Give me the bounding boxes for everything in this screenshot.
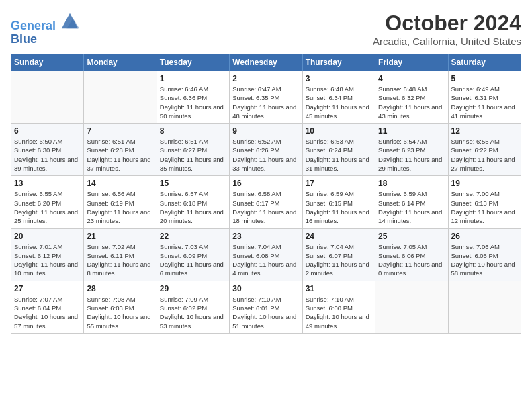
calendar-day-cell: 12Sunrise: 6:55 AM Sunset: 6:22 PM Dayli… — [448, 124, 521, 176]
calendar-day-cell: 9Sunrise: 6:52 AM Sunset: 6:26 PM Daylig… — [230, 124, 302, 176]
day-info: Sunrise: 6:52 AM Sunset: 6:26 PM Dayligh… — [232, 137, 299, 173]
weekday-header-sunday: Sunday — [11, 54, 84, 71]
day-info: Sunrise: 6:47 AM Sunset: 6:35 PM Dayligh… — [232, 85, 299, 120]
day-number: 3 — [306, 74, 372, 83]
day-info: Sunrise: 6:59 AM Sunset: 6:15 PM Dayligh… — [306, 189, 372, 225]
day-info: Sunrise: 6:53 AM Sunset: 6:24 PM Dayligh… — [306, 137, 372, 173]
day-info: Sunrise: 7:01 AM Sunset: 6:12 PM Dayligh… — [14, 242, 81, 278]
day-number: 20 — [14, 232, 81, 241]
day-number: 12 — [451, 126, 518, 136]
logo-general: General — [11, 19, 56, 32]
day-info: Sunrise: 6:59 AM Sunset: 6:14 PM Dayligh… — [378, 189, 445, 225]
calendar-day-cell: 1Sunrise: 6:46 AM Sunset: 6:36 PM Daylig… — [157, 71, 229, 124]
day-info: Sunrise: 7:00 AM Sunset: 6:13 PM Dayligh… — [451, 189, 518, 225]
day-number: 19 — [451, 179, 518, 188]
day-number: 27 — [14, 284, 81, 293]
calendar-body: 1Sunrise: 6:46 AM Sunset: 6:36 PM Daylig… — [11, 71, 521, 334]
day-number: 23 — [232, 232, 299, 241]
day-number: 17 — [306, 179, 372, 188]
calendar-day-cell — [375, 281, 448, 333]
day-info: Sunrise: 6:57 AM Sunset: 6:18 PM Dayligh… — [160, 189, 226, 225]
day-info: Sunrise: 7:04 AM Sunset: 6:07 PM Dayligh… — [306, 242, 372, 278]
title-block: October 2024 Arcadia, California, United… — [373, 11, 521, 47]
day-info: Sunrise: 7:04 AM Sunset: 6:08 PM Dayligh… — [232, 242, 299, 278]
calendar-day-cell: 16Sunrise: 6:58 AM Sunset: 6:17 PM Dayli… — [230, 176, 302, 228]
weekday-header-friday: Friday — [375, 54, 448, 71]
weekday-header-tuesday: Tuesday — [157, 54, 229, 71]
calendar-week-row: 27Sunrise: 7:07 AM Sunset: 6:04 PM Dayli… — [11, 281, 521, 333]
calendar-day-cell: 17Sunrise: 6:59 AM Sunset: 6:15 PM Dayli… — [302, 176, 375, 228]
weekday-header-thursday: Thursday — [302, 54, 375, 71]
calendar-day-cell: 31Sunrise: 7:10 AM Sunset: 6:00 PM Dayli… — [302, 281, 375, 333]
location-subtitle: Arcadia, California, United States — [373, 36, 521, 47]
day-info: Sunrise: 7:09 AM Sunset: 6:02 PM Dayligh… — [160, 295, 226, 330]
calendar-day-cell: 20Sunrise: 7:01 AM Sunset: 6:12 PM Dayli… — [11, 228, 84, 281]
day-info: Sunrise: 6:48 AM Sunset: 6:34 PM Dayligh… — [306, 85, 372, 120]
day-info: Sunrise: 6:56 AM Sunset: 6:19 PM Dayligh… — [87, 189, 153, 225]
calendar-week-row: 1Sunrise: 6:46 AM Sunset: 6:36 PM Daylig… — [11, 71, 521, 124]
day-info: Sunrise: 7:07 AM Sunset: 6:04 PM Dayligh… — [14, 295, 81, 330]
day-number: 11 — [378, 126, 445, 136]
day-number: 4 — [378, 74, 445, 83]
day-number: 9 — [232, 126, 299, 136]
calendar-day-cell: 23Sunrise: 7:04 AM Sunset: 6:08 PM Dayli… — [230, 228, 302, 281]
day-number: 7 — [87, 126, 153, 136]
calendar-day-cell: 29Sunrise: 7:09 AM Sunset: 6:02 PM Dayli… — [157, 281, 229, 333]
calendar-day-cell: 5Sunrise: 6:49 AM Sunset: 6:31 PM Daylig… — [448, 71, 521, 124]
calendar-day-cell: 11Sunrise: 6:54 AM Sunset: 6:23 PM Dayli… — [375, 124, 448, 176]
day-number: 5 — [451, 74, 518, 83]
weekday-header-wednesday: Wednesday — [230, 54, 302, 71]
calendar-day-cell: 19Sunrise: 7:00 AM Sunset: 6:13 PM Dayli… — [448, 176, 521, 228]
day-number: 21 — [87, 232, 153, 241]
day-number: 25 — [378, 232, 445, 241]
day-info: Sunrise: 6:58 AM Sunset: 6:17 PM Dayligh… — [232, 189, 299, 225]
calendar-day-cell: 18Sunrise: 6:59 AM Sunset: 6:14 PM Dayli… — [375, 176, 448, 228]
calendar-header: SundayMondayTuesdayWednesdayThursdayFrid… — [11, 54, 521, 71]
calendar-table: SundayMondayTuesdayWednesdayThursdayFrid… — [11, 54, 521, 334]
day-number: 29 — [160, 284, 226, 293]
calendar-day-cell — [448, 281, 521, 333]
day-info: Sunrise: 7:10 AM Sunset: 6:00 PM Dayligh… — [306, 295, 372, 330]
logo-text: General — [11, 11, 79, 33]
calendar-week-row: 20Sunrise: 7:01 AM Sunset: 6:12 PM Dayli… — [11, 228, 521, 281]
calendar-day-cell: 27Sunrise: 7:07 AM Sunset: 6:04 PM Dayli… — [11, 281, 84, 333]
calendar-day-cell: 13Sunrise: 6:55 AM Sunset: 6:20 PM Dayli… — [11, 176, 84, 228]
calendar-day-cell: 10Sunrise: 6:53 AM Sunset: 6:24 PM Dayli… — [302, 124, 375, 176]
weekday-header-monday: Monday — [84, 54, 157, 71]
calendar-week-row: 6Sunrise: 6:50 AM Sunset: 6:30 PM Daylig… — [11, 124, 521, 176]
day-info: Sunrise: 6:55 AM Sunset: 6:20 PM Dayligh… — [14, 189, 81, 225]
calendar-day-cell: 26Sunrise: 7:06 AM Sunset: 6:05 PM Dayli… — [448, 228, 521, 281]
day-number: 15 — [160, 179, 226, 188]
logo-icon — [60, 11, 79, 30]
day-info: Sunrise: 6:49 AM Sunset: 6:31 PM Dayligh… — [451, 85, 518, 120]
calendar-day-cell: 30Sunrise: 7:10 AM Sunset: 6:01 PM Dayli… — [230, 281, 302, 333]
calendar-day-cell — [84, 71, 157, 124]
day-info: Sunrise: 6:46 AM Sunset: 6:36 PM Dayligh… — [160, 85, 226, 120]
calendar-day-cell: 21Sunrise: 7:02 AM Sunset: 6:11 PM Dayli… — [84, 228, 157, 281]
calendar-day-cell: 2Sunrise: 6:47 AM Sunset: 6:35 PM Daylig… — [230, 71, 302, 124]
day-number: 28 — [87, 284, 153, 293]
logo-blue: Blue — [11, 33, 79, 46]
day-info: Sunrise: 7:05 AM Sunset: 6:06 PM Dayligh… — [378, 242, 445, 278]
day-number: 26 — [451, 232, 518, 241]
month-title: October 2024 — [373, 11, 521, 36]
day-number: 8 — [160, 126, 226, 136]
calendar-day-cell: 15Sunrise: 6:57 AM Sunset: 6:18 PM Dayli… — [157, 176, 229, 228]
calendar-day-cell: 28Sunrise: 7:08 AM Sunset: 6:03 PM Dayli… — [84, 281, 157, 333]
day-number: 10 — [306, 126, 372, 136]
day-info: Sunrise: 7:03 AM Sunset: 6:09 PM Dayligh… — [160, 242, 226, 278]
day-number: 6 — [14, 126, 81, 136]
day-number: 16 — [232, 179, 299, 188]
day-info: Sunrise: 6:55 AM Sunset: 6:22 PM Dayligh… — [451, 137, 518, 173]
day-info: Sunrise: 6:51 AM Sunset: 6:27 PM Dayligh… — [160, 137, 226, 173]
calendar-day-cell: 4Sunrise: 6:48 AM Sunset: 6:32 PM Daylig… — [375, 71, 448, 124]
calendar-day-cell: 24Sunrise: 7:04 AM Sunset: 6:07 PM Dayli… — [302, 228, 375, 281]
calendar-day-cell: 7Sunrise: 6:51 AM Sunset: 6:28 PM Daylig… — [84, 124, 157, 176]
day-info: Sunrise: 7:10 AM Sunset: 6:01 PM Dayligh… — [232, 295, 299, 330]
day-info: Sunrise: 7:06 AM Sunset: 6:05 PM Dayligh… — [451, 242, 518, 278]
day-info: Sunrise: 7:08 AM Sunset: 6:03 PM Dayligh… — [87, 295, 153, 330]
calendar-week-row: 13Sunrise: 6:55 AM Sunset: 6:20 PM Dayli… — [11, 176, 521, 228]
calendar-day-cell — [11, 71, 84, 124]
calendar-day-cell: 6Sunrise: 6:50 AM Sunset: 6:30 PM Daylig… — [11, 124, 84, 176]
day-info: Sunrise: 6:51 AM Sunset: 6:28 PM Dayligh… — [87, 137, 153, 173]
